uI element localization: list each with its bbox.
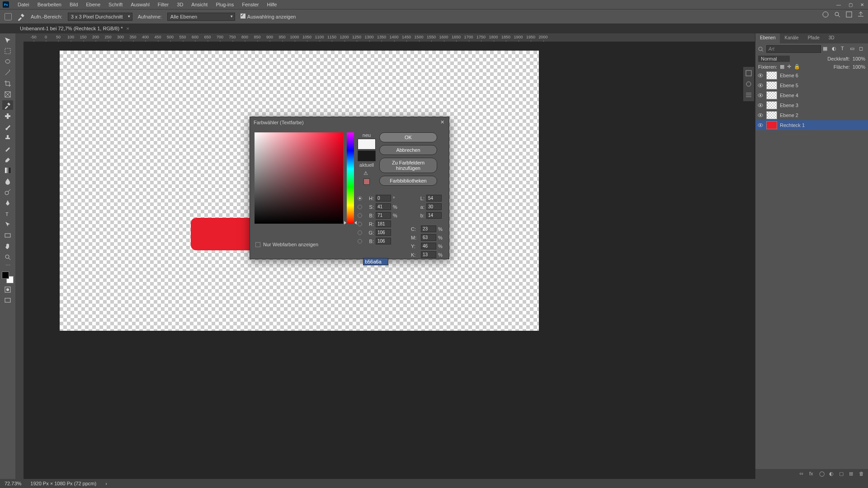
filter-shape-icon[interactable]: ▭	[850, 46, 857, 53]
lock-all-icon[interactable]: 🔒	[794, 64, 800, 70]
k-input[interactable]	[421, 251, 436, 258]
r-input[interactable]	[376, 221, 391, 227]
menu-item[interactable]: Filter	[154, 2, 173, 7]
group-icon[interactable]: ▢	[839, 471, 845, 477]
share-icon[interactable]	[857, 11, 864, 18]
visibility-icon[interactable]	[757, 92, 764, 99]
history-brush-tool[interactable]	[2, 144, 13, 153]
cancel-button[interactable]: Abbrechen	[379, 145, 437, 155]
close-tab-icon[interactable]: ×	[126, 26, 129, 31]
sample-layers-dropdown[interactable]: Alle Ebenen	[167, 13, 235, 21]
panel-icon[interactable]	[745, 91, 752, 99]
layer-name[interactable]: Ebene 3	[780, 103, 798, 108]
panel-icon[interactable]	[745, 70, 752, 77]
minimize-button[interactable]: —	[833, 0, 844, 9]
l-input[interactable]	[426, 195, 442, 202]
radio-g[interactable]	[358, 230, 362, 235]
fx-icon[interactable]: fx	[809, 471, 816, 477]
saturation-field[interactable]	[255, 132, 343, 224]
layer-thumbnail[interactable]	[766, 91, 777, 99]
s-input[interactable]	[376, 203, 391, 210]
websafe-swatch[interactable]	[363, 178, 370, 185]
new-layer-icon[interactable]: ⊞	[849, 471, 855, 477]
mask-icon[interactable]: ◯	[819, 471, 826, 477]
menu-item[interactable]: Ansicht	[187, 2, 212, 7]
layer-row[interactable]: Ebene 3	[755, 100, 868, 110]
cloud-icon[interactable]	[822, 11, 829, 18]
add-swatch-button[interactable]: Zu Farbfeldern hinzufügen	[379, 158, 437, 173]
zoom-tool[interactable]	[2, 252, 13, 262]
visibility-icon[interactable]	[757, 102, 764, 108]
menu-item[interactable]: Hilfe	[263, 2, 281, 7]
foreground-background-swatch[interactable]	[2, 272, 14, 283]
link-layers-icon[interactable]: ⬄	[799, 471, 806, 477]
quickmask-tool[interactable]	[2, 285, 13, 294]
document-tab[interactable]: Unbenannt-1 bei 72,7% (Rechteck 1, RGB/8…	[15, 24, 134, 33]
adjustment-icon[interactable]: ◐	[829, 471, 835, 477]
menu-item[interactable]: Fenster	[238, 2, 263, 7]
pen-tool[interactable]	[2, 198, 13, 207]
bb-input[interactable]	[376, 238, 391, 244]
layer-thumbnail[interactable]	[766, 71, 777, 80]
layer-thumbnail[interactable]	[766, 81, 777, 89]
layer-name[interactable]: Ebene 6	[780, 73, 798, 78]
layer-name[interactable]: Rechteck 1	[780, 122, 805, 128]
filter-adjust-icon[interactable]: ◐	[832, 46, 839, 53]
gamut-warning-icon[interactable]: ⚠	[363, 170, 370, 177]
radio-s[interactable]	[358, 205, 362, 209]
lock-pixels-icon[interactable]: ▩	[780, 64, 784, 70]
layer-thumbnail[interactable]	[766, 101, 777, 109]
eyedropper-tool[interactable]	[2, 100, 13, 110]
wand-tool[interactable]	[2, 68, 13, 77]
blur-tool[interactable]	[2, 176, 13, 186]
marquee-tool[interactable]	[2, 46, 13, 56]
layer-row[interactable]: Ebene 6	[755, 70, 868, 80]
menu-item[interactable]: Datei	[14, 2, 33, 7]
screenmode-tool[interactable]	[2, 296, 13, 305]
h-input[interactable]	[376, 195, 391, 202]
visibility-icon[interactable]	[757, 122, 764, 128]
collapsed-panels[interactable]	[743, 67, 754, 101]
layer-name[interactable]: Ebene 4	[780, 93, 798, 98]
brush-tool[interactable]	[2, 122, 13, 131]
menu-item[interactable]: Schrift	[104, 2, 127, 7]
tab-layers[interactable]: Ebenen	[755, 33, 780, 43]
frame-tool[interactable]	[2, 89, 13, 99]
visibility-icon[interactable]	[757, 112, 764, 118]
c-input[interactable]	[421, 225, 436, 232]
current-color-swatch[interactable]	[358, 150, 376, 161]
dialog-titlebar[interactable]: Farbwähler (Textfarbe) ✕	[250, 117, 449, 128]
search-icon[interactable]	[757, 46, 764, 53]
layer-name[interactable]: Ebene 2	[780, 113, 798, 118]
radio-r[interactable]	[358, 222, 362, 226]
panel-icon[interactable]	[745, 80, 752, 88]
lock-position-icon[interactable]: ✛	[787, 64, 791, 70]
radio-bb[interactable]	[358, 239, 362, 244]
tab-3d[interactable]: 3D	[824, 33, 839, 43]
layer-row[interactable]: Ebene 5	[755, 80, 868, 90]
tab-channels[interactable]: Kanäle	[780, 33, 803, 43]
tab-paths[interactable]: Pfade	[803, 33, 824, 43]
doc-info[interactable]: 1920 Px × 1080 Px (72 ppcm)	[30, 481, 96, 486]
layer-name[interactable]: Ebene 5	[780, 83, 798, 88]
hand-tool[interactable]	[2, 241, 13, 251]
y-input[interactable]	[421, 243, 436, 249]
filter-smart-icon[interactable]: ◻	[859, 46, 866, 53]
layer-filter-input[interactable]: Art	[766, 45, 821, 53]
b-input[interactable]	[426, 212, 442, 219]
layer-row[interactable]: Ebene 2	[755, 110, 868, 120]
menu-item[interactable]: Bearbeiten	[33, 2, 66, 7]
menu-item[interactable]: 3D	[173, 2, 187, 7]
radio-h[interactable]	[358, 196, 362, 201]
hex-input[interactable]	[363, 258, 388, 265]
a-input[interactable]	[426, 203, 442, 210]
eyedropper-icon[interactable]	[17, 13, 25, 21]
web-colors-checkbox[interactable]: Nur Webfarben anzeigen	[255, 242, 318, 247]
visibility-icon[interactable]	[757, 72, 764, 79]
stamp-tool[interactable]	[2, 133, 13, 142]
opacity-value[interactable]: 100%	[853, 56, 865, 61]
rectangle-tool[interactable]	[2, 230, 13, 240]
crop-tool[interactable]	[2, 79, 13, 88]
visibility-icon[interactable]	[757, 82, 764, 89]
maximize-button[interactable]: ▢	[844, 0, 856, 9]
